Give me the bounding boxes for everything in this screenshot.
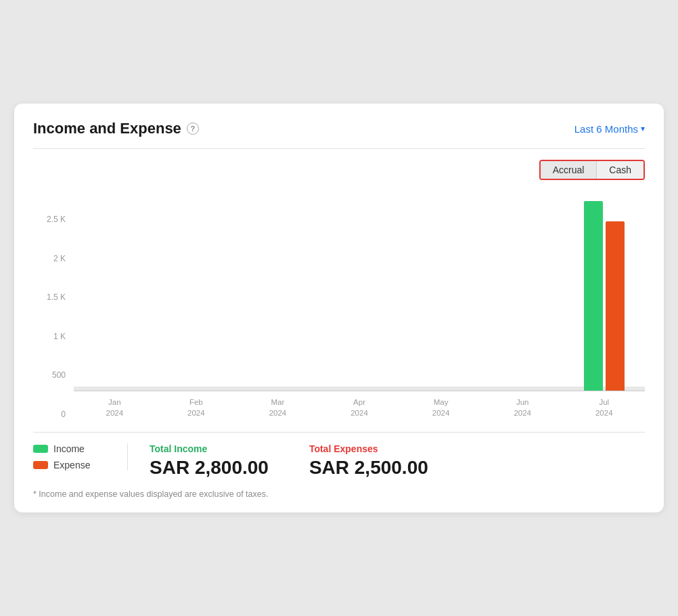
section-divider: [33, 432, 645, 433]
x-label-mar: Mar2024: [237, 397, 319, 418]
x-label-jun: Jun2024: [482, 397, 564, 418]
total-expense-label: Total Expenses: [309, 443, 428, 454]
card-title-text: Income and Expense: [33, 120, 181, 137]
y-label-0: 0: [33, 410, 66, 418]
total-income-value: SAR 2,800.00: [150, 457, 269, 479]
period-selector[interactable]: Last 6 Months ▾: [574, 123, 645, 135]
x-label-feb: Feb2024: [156, 397, 238, 418]
chevron-down-icon: ▾: [641, 124, 645, 133]
income-color-swatch: [33, 445, 48, 453]
y-label-1-5k: 1.5 K: [33, 293, 66, 301]
y-label-2-5k: 2.5 K: [33, 215, 66, 223]
legend-income-label: Income: [53, 443, 85, 454]
period-label: Last 6 Months: [574, 123, 638, 135]
income-expense-card: Income and Expense ? Last 6 Months ▾ Acc…: [14, 104, 664, 512]
grid-line-1k: [74, 389, 645, 389]
x-axis-labels: Jan2024Feb2024Mar2024Apr2024May2024Jun20…: [74, 391, 645, 418]
accrual-button[interactable]: Accrual: [541, 161, 597, 179]
bar-income-jul[interactable]: [584, 201, 603, 391]
x-label-jul: Jul2024: [563, 397, 645, 418]
grid-line-2k: [74, 387, 645, 388]
legend-income: Income: [33, 443, 108, 454]
totals-section: Total Income SAR 2,800.00 Total Expenses…: [128, 443, 428, 479]
footnote-text: * Income and expense values displayed ar…: [33, 489, 645, 499]
x-label-apr: Apr2024: [319, 397, 401, 418]
chart-section: Accrual Cash 0 500 1 K 1.5 K 2 K 2.5 K: [33, 148, 645, 418]
expense-color-swatch: [33, 461, 48, 469]
bar-chart: 0 500 1 K 1.5 K 2 K 2.5 K: [33, 188, 645, 418]
total-income-block: Total Income SAR 2,800.00: [150, 443, 269, 479]
legend-expense-label: Expense: [53, 460, 90, 470]
help-icon[interactable]: ?: [187, 123, 199, 135]
bar-expense-jul[interactable]: [606, 221, 625, 391]
toggle-button-group: Accrual Cash: [33, 160, 645, 180]
total-expense-value: SAR 2,500.00: [309, 457, 428, 479]
x-label-may: May2024: [400, 397, 482, 418]
y-axis: 0 500 1 K 1.5 K 2 K 2.5 K: [33, 215, 66, 418]
card-title-group: Income and Expense ?: [33, 120, 199, 137]
grid-line-2-5k: [74, 387, 645, 387]
chart-legend: Income Expense: [33, 443, 128, 470]
y-label-1k: 1 K: [33, 332, 66, 340]
y-label-500: 500: [33, 371, 66, 379]
total-income-label: Total Income: [150, 443, 269, 454]
legend-totals-section: Income Expense Total Income SAR 2,800.00…: [33, 443, 645, 479]
y-label-2k: 2 K: [33, 255, 66, 263]
accrual-cash-toggle: Accrual Cash: [539, 160, 645, 180]
total-expense-block: Total Expenses SAR 2,500.00: [309, 443, 428, 479]
grid-line-500: [74, 389, 645, 390]
chart-inner: Jan2024Feb2024Mar2024Apr2024May2024Jun20…: [74, 391, 645, 418]
x-label-jan: Jan2024: [74, 397, 156, 418]
grid-line-1-5k: [74, 388, 645, 389]
card-header: Income and Expense ? Last 6 Months ▾: [33, 120, 645, 137]
cash-button[interactable]: Cash: [597, 161, 643, 179]
legend-expense: Expense: [33, 460, 108, 470]
